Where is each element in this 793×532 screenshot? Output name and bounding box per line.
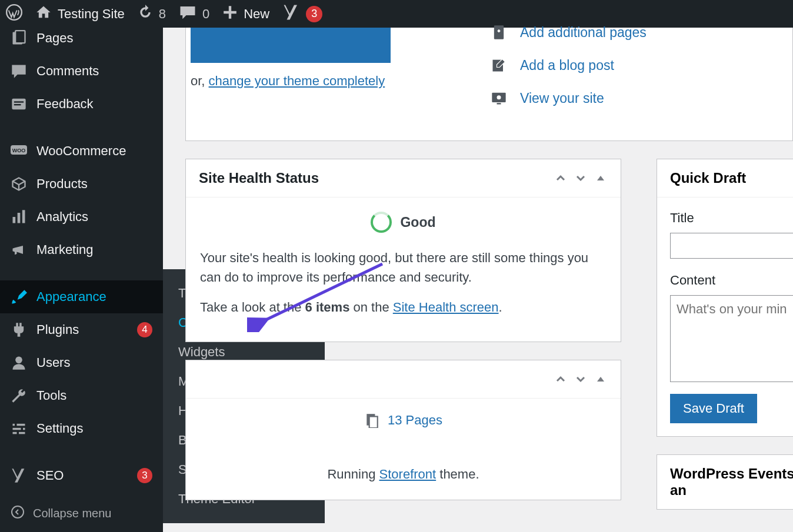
theme-link[interactable]: Storefront xyxy=(379,467,437,481)
sidebar-item-products[interactable]: Products xyxy=(0,168,163,200)
sidebar-item-settings[interactable]: Settings xyxy=(0,412,163,445)
sidebar-item-seo[interactable]: SEO 3 xyxy=(0,459,163,492)
analytics-icon xyxy=(11,209,27,225)
panel-up-icon[interactable] xyxy=(554,372,568,386)
change-theme-link[interactable]: change your theme completely xyxy=(209,73,385,88)
sidebar-item-tools[interactable]: Tools xyxy=(0,379,163,412)
draft-title-input[interactable] xyxy=(670,233,793,259)
yoast-seo-link[interactable]: 3 xyxy=(282,4,322,24)
brush-icon xyxy=(11,289,27,305)
comments-link[interactable]: 0 xyxy=(179,5,209,23)
pages-icon xyxy=(11,30,27,46)
health-description: Your site's health is looking good, but … xyxy=(200,248,607,287)
collapse-menu[interactable]: Collapse menu xyxy=(0,498,163,529)
quick-draft-panel: Quick Draft Title Content Save Draft xyxy=(657,159,793,437)
welcome-panel: or, change your theme completely Add add… xyxy=(185,28,793,141)
main-content: or, change your theme completely Add add… xyxy=(163,28,793,510)
updates-count: 8 xyxy=(159,6,166,22)
add-pages-link[interactable]: Add additional pages xyxy=(520,25,647,41)
yoast-badge: 3 xyxy=(306,6,322,22)
svg-rect-17 xyxy=(17,431,19,436)
svg-point-11 xyxy=(15,357,22,364)
health-status-circle-icon xyxy=(371,212,392,233)
new-content-link[interactable]: New xyxy=(222,5,269,23)
site-title: Testing Site xyxy=(58,6,125,22)
health-items-row: Take a look at the 6 items on the Site H… xyxy=(200,297,607,317)
svg-point-18 xyxy=(12,506,24,518)
refresh-icon xyxy=(138,5,153,23)
panel-toggle-icon[interactable] xyxy=(594,171,608,185)
svg-rect-9 xyxy=(18,213,21,223)
pages-count-link[interactable]: 13 Pages xyxy=(388,413,442,428)
plugins-badge: 4 xyxy=(137,322,152,337)
admin-sidebar: Pages Comments Feedback WOO WooCommerce … xyxy=(0,28,163,532)
change-theme-row: or, change your theme completely xyxy=(191,73,391,89)
new-label: New xyxy=(244,6,269,22)
svg-rect-15 xyxy=(15,423,17,427)
events-header: WordPress Events an xyxy=(657,455,793,509)
yoast-icon xyxy=(282,4,300,24)
draft-content-textarea[interactable] xyxy=(670,295,793,382)
svg-rect-22 xyxy=(497,103,501,104)
seo-badge: 3 xyxy=(137,468,152,483)
save-draft-button[interactable]: Save Draft xyxy=(670,394,757,423)
user-icon xyxy=(11,354,27,371)
woocommerce-icon: WOO xyxy=(11,143,27,159)
draft-content-label: Content xyxy=(670,273,793,288)
panel-up-icon[interactable] xyxy=(554,171,568,185)
add-blog-post-link[interactable]: Add a blog post xyxy=(520,58,614,73)
products-icon xyxy=(11,176,27,192)
svg-rect-16 xyxy=(21,427,24,431)
wordpress-logo-icon xyxy=(6,4,22,24)
svg-rect-25 xyxy=(369,417,378,429)
wp-logo[interactable] xyxy=(6,4,22,24)
comments-count: 0 xyxy=(202,6,209,22)
quick-draft-header: Quick Draft xyxy=(657,159,793,198)
panel-down-icon[interactable] xyxy=(574,171,588,185)
admin-bar: Testing Site 8 0 New 3 xyxy=(0,0,793,28)
site-health-title: Site Health Status xyxy=(199,170,319,186)
site-health-panel: Site Health Status Good Your site's heal… xyxy=(185,159,621,342)
pages-icon xyxy=(364,413,379,428)
comment-icon xyxy=(11,63,27,79)
site-home-link[interactable]: Testing Site xyxy=(35,4,125,24)
sidebar-item-analytics[interactable]: Analytics xyxy=(0,200,163,233)
svg-rect-5 xyxy=(14,104,21,105)
svg-rect-12 xyxy=(13,424,25,426)
svg-rect-10 xyxy=(22,210,25,223)
wrench-icon xyxy=(11,387,27,404)
svg-point-23 xyxy=(497,95,501,99)
plus-icon xyxy=(222,5,238,23)
plugins-icon xyxy=(11,322,27,338)
site-health-link[interactable]: Site Health screen xyxy=(393,300,499,314)
panel-down-icon[interactable] xyxy=(574,372,588,386)
comment-icon xyxy=(179,5,196,23)
panel-toggle-icon[interactable] xyxy=(594,372,608,386)
sidebar-item-appearance[interactable]: Appearance xyxy=(0,280,163,313)
sidebar-item-users[interactable]: Users xyxy=(0,346,163,379)
sidebar-item-plugins[interactable]: Plugins 4 xyxy=(0,313,163,346)
customize-site-button[interactable] xyxy=(191,28,391,63)
home-icon xyxy=(35,4,52,24)
draft-title-label: Title xyxy=(670,210,793,226)
svg-rect-2 xyxy=(15,31,25,43)
view-site-link[interactable]: View your site xyxy=(520,91,604,106)
sidebar-item-feedback[interactable]: Feedback xyxy=(0,88,163,121)
updates-link[interactable]: 8 xyxy=(138,5,166,23)
at-a-glance-title xyxy=(199,371,203,387)
sidebar-item-pages[interactable]: Pages xyxy=(0,28,163,55)
view-site-icon xyxy=(491,90,507,106)
add-page-icon xyxy=(491,24,507,41)
events-panel: WordPress Events an xyxy=(657,454,793,510)
svg-rect-13 xyxy=(13,428,25,430)
at-a-glance-panel: 13 Pages Running Storefront theme. xyxy=(185,360,621,500)
sidebar-item-marketing[interactable]: Marketing xyxy=(0,233,163,266)
megaphone-icon xyxy=(11,242,27,258)
write-blog-icon xyxy=(491,57,507,73)
svg-rect-4 xyxy=(14,101,24,102)
sidebar-item-woocommerce[interactable]: WOO WooCommerce xyxy=(0,135,163,168)
yoast-icon xyxy=(11,467,27,484)
sidebar-item-comments[interactable]: Comments xyxy=(0,55,163,88)
settings-icon xyxy=(11,420,27,437)
health-status-text: Good xyxy=(400,215,435,230)
